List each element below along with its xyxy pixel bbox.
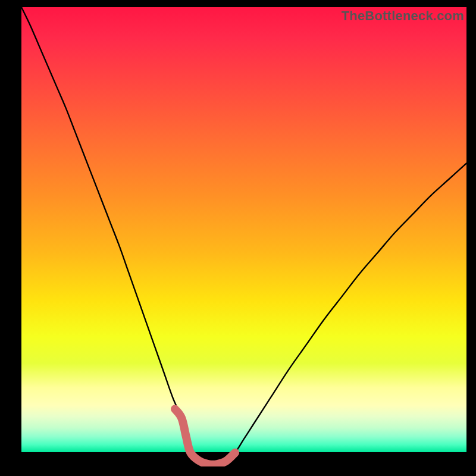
bottleneck-curve [21,7,466,465]
watermark-text: TheBottleneck.com [342,8,464,24]
highlight-curve [175,409,235,465]
chart-frame: TheBottleneck.com [0,0,476,476]
curve-layer [21,7,466,466]
plot-area [21,7,466,466]
